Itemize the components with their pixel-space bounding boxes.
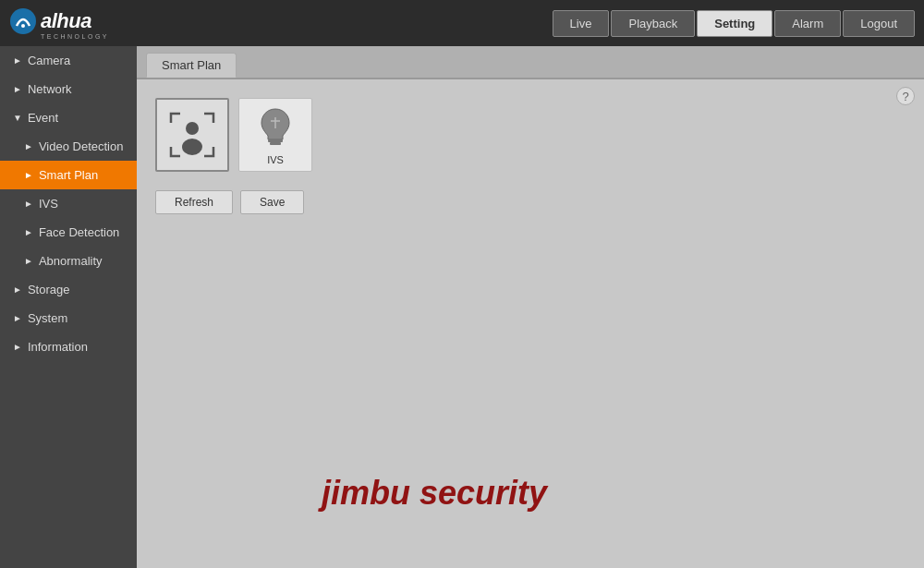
- sidebar-item-network[interactable]: ► Network: [0, 75, 137, 103]
- save-button[interactable]: Save: [240, 190, 304, 214]
- watermark-text: jimbu security: [322, 474, 547, 513]
- sidebar-item-video-detection[interactable]: ► Video Detection: [0, 132, 137, 161]
- logo: alhua TECHNOLOGY: [9, 7, 109, 40]
- sidebar-item-event[interactable]: ▼ Event: [0, 103, 137, 132]
- chevron-right-icon: ►: [24, 199, 33, 209]
- svg-rect-4: [268, 139, 283, 142]
- ivs-label: IVS: [267, 154, 284, 165]
- svg-point-0: [10, 8, 36, 34]
- sidebar-label-face-detection: Face Detection: [39, 225, 119, 239]
- content-area: ?: [137, 79, 924, 568]
- sidebar-label-network: Network: [28, 82, 72, 96]
- plan-icon-ivs[interactable]: IVS: [238, 98, 312, 172]
- plan-icon-face[interactable]: [155, 98, 229, 172]
- chevron-right-icon: ►: [24, 141, 33, 151]
- sidebar: ► Camera ► Network ▼ Event ► Video Detec…: [0, 46, 137, 568]
- sidebar-item-system[interactable]: ► System: [0, 304, 137, 332]
- ivs-icon: [252, 104, 298, 151]
- help-icon[interactable]: ?: [896, 87, 915, 105]
- sidebar-label-ivs: IVS: [39, 197, 58, 211]
- sidebar-label-video-detection: Video Detection: [39, 139, 124, 153]
- main-layout: ► Camera ► Network ▼ Event ► Video Detec…: [0, 46, 924, 568]
- sidebar-label-information: Information: [28, 340, 88, 354]
- buttons-row: Refresh Save: [155, 190, 906, 214]
- sidebar-label-abnormality: Abnormality: [39, 254, 103, 268]
- content-panel: Smart Plan ?: [137, 46, 924, 568]
- chevron-down-icon: ▼: [13, 113, 22, 123]
- chevron-right-icon: ►: [13, 313, 22, 323]
- tab-logout[interactable]: Logout: [843, 10, 915, 37]
- chevron-right-icon: ►: [13, 284, 22, 295]
- tab-live[interactable]: Live: [553, 10, 610, 37]
- sidebar-label-camera: Camera: [28, 54, 70, 67]
- tab-smart-plan[interactable]: Smart Plan: [146, 53, 237, 78]
- sidebar-item-face-detection[interactable]: ► Face Detection: [0, 218, 137, 247]
- sidebar-item-ivs[interactable]: ► IVS: [0, 189, 137, 218]
- tab-alarm[interactable]: Alarm: [774, 10, 841, 37]
- sidebar-item-storage[interactable]: ► Storage: [0, 275, 137, 304]
- chevron-right-icon: ►: [13, 342, 22, 352]
- logo-sub: TECHNOLOGY: [41, 33, 109, 40]
- sidebar-item-information[interactable]: ► Information: [0, 332, 137, 361]
- sidebar-item-camera[interactable]: ► Camera: [0, 46, 137, 75]
- face-detection-icon: [169, 112, 215, 158]
- chevron-right-icon: ►: [24, 170, 33, 180]
- sidebar-label-storage: Storage: [28, 283, 70, 296]
- chevron-right-icon: ►: [24, 256, 33, 266]
- plan-icons-row: IVS: [155, 98, 906, 172]
- content-tab-bar: Smart Plan: [137, 46, 924, 79]
- sidebar-item-smart-plan[interactable]: ► Smart Plan: [0, 161, 137, 189]
- svg-point-2: [186, 122, 199, 135]
- nav-tabs: Live Playback Setting Alarm Logout: [553, 10, 915, 37]
- svg-point-3: [182, 139, 202, 155]
- sidebar-label-smart-plan: Smart Plan: [39, 168, 98, 182]
- tab-setting[interactable]: Setting: [697, 10, 772, 37]
- sidebar-label-system: System: [28, 311, 67, 325]
- svg-rect-5: [270, 142, 281, 145]
- chevron-right-icon: ►: [13, 55, 22, 66]
- chevron-right-icon: ►: [13, 84, 22, 94]
- svg-point-1: [21, 24, 25, 28]
- refresh-button[interactable]: Refresh: [155, 190, 233, 214]
- sidebar-label-event: Event: [28, 111, 58, 125]
- logo-icon: [9, 7, 37, 35]
- header: alhua TECHNOLOGY Live Playback Setting A…: [0, 0, 924, 46]
- tab-playback[interactable]: Playback: [611, 10, 695, 37]
- logo-text: alhua: [41, 9, 91, 33]
- sidebar-item-abnormality[interactable]: ► Abnormality: [0, 247, 137, 275]
- chevron-right-icon: ►: [24, 227, 33, 237]
